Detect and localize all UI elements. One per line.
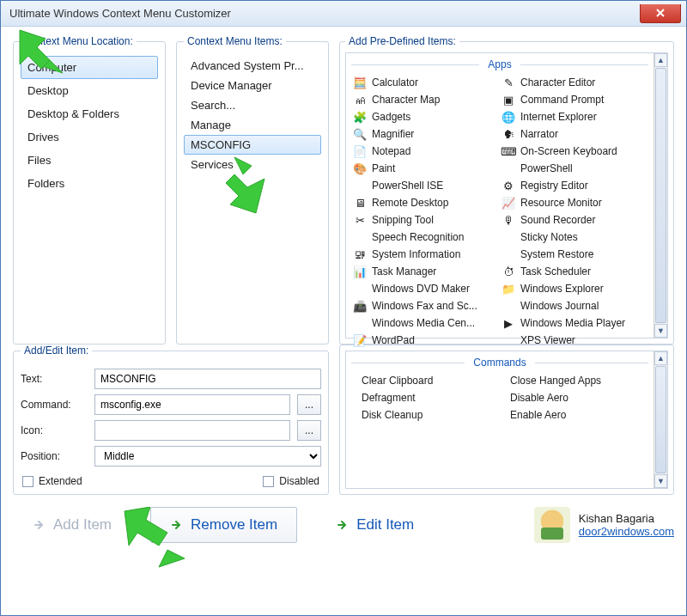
content: Context Menu Location: ComputerDesktopDe… [1, 27, 686, 615]
location-item[interactable]: Drives [21, 125, 158, 149]
app-icon [353, 316, 367, 330]
app-icon: ⚙ [502, 179, 515, 192]
app-label: Windows Media Player [520, 317, 625, 329]
app-label: Calculator [372, 76, 418, 88]
command-item[interactable]: Enable Aero [500, 406, 648, 424]
app-label: Speech Recognition [372, 231, 464, 243]
app-icon: 🔍 [353, 127, 367, 141]
app-item[interactable]: Windows Media Cen... [351, 314, 500, 332]
scroll-down-button[interactable]: ▼ [654, 324, 667, 338]
menu-item[interactable]: Search... [184, 95, 321, 115]
app-item[interactable]: PowerShell [500, 160, 648, 177]
command-item[interactable]: Close Hanged Apps [500, 372, 648, 389]
menu-items-list[interactable]: Advanced System Pr...Device ManagerSearc… [184, 54, 321, 337]
app-label: XPS Viewer [520, 334, 575, 346]
menu-item[interactable]: MSCONFIG [184, 135, 321, 155]
location-item[interactable]: Computer [21, 56, 158, 79]
app-label: Narrator [520, 128, 558, 140]
app-item[interactable]: 📄Notepad [351, 143, 500, 160]
edit-item-button[interactable]: Edit Item [316, 507, 434, 543]
app-item[interactable]: 🌐Internet Explorer [500, 108, 648, 125]
credit: Kishan Bagaria door2windows.com [534, 507, 674, 543]
app-item[interactable]: Windows DVD Maker [351, 280, 500, 297]
icon-input[interactable] [94, 420, 290, 441]
checkbox-icon [263, 476, 274, 487]
app-item[interactable]: Speech Recognition [351, 229, 500, 246]
menu-items-legend: Context Menu Items: [184, 35, 286, 47]
app-item[interactable]: XPS Viewer [500, 332, 648, 349]
position-row: Position: Middle [21, 446, 321, 467]
app-item[interactable]: 🧮Calculator [351, 74, 500, 91]
app-item[interactable]: 📁Windows Explorer [500, 280, 648, 297]
app-item[interactable]: 🧩Gadgets [351, 108, 500, 125]
app-item[interactable]: ⌨On-Screen Keyboard [500, 143, 648, 160]
app-item[interactable]: 📝WordPad [351, 332, 500, 349]
location-list[interactable]: ComputerDesktopDesktop & FoldersDrivesFi… [21, 54, 158, 337]
location-item[interactable]: Desktop [21, 79, 158, 102]
app-item[interactable]: ▣Command Prompt [500, 91, 648, 108]
menu-item[interactable]: Services [184, 155, 321, 174]
app-item[interactable]: 🎙Sound Recorder [500, 211, 648, 229]
scroll-thumb[interactable] [655, 366, 666, 473]
remove-item-button[interactable]: Remove Item [150, 507, 297, 543]
app-item[interactable]: ✎Character Editor [500, 74, 648, 91]
predefined-continued: Commands Clear ClipboardClose Hanged App… [339, 345, 674, 495]
app-icon [502, 333, 515, 347]
menu-item[interactable]: Manage [184, 115, 321, 135]
app-label: Resource Monitor [520, 197, 602, 209]
command-browse-button[interactable]: ... [297, 394, 321, 415]
location-item[interactable]: Files [21, 149, 158, 172]
scroll-up-button[interactable]: ▲ [654, 53, 667, 67]
left-column: Add/Edit Item: Text: Command: ... Icon: … [13, 345, 329, 495]
add-edit-legend: Add/Edit Item: [21, 345, 92, 357]
app-item[interactable]: 📈Resource Monitor [500, 194, 648, 211]
command-item[interactable]: Disable Aero [500, 389, 648, 406]
app-item[interactable]: 🖥Remote Desktop [351, 194, 500, 211]
app-item[interactable]: 🖳System Information [351, 246, 500, 263]
app-label: System Information [372, 248, 460, 260]
app-item[interactable]: 🗚Character Map [351, 91, 500, 108]
app-item[interactable]: ⏱Task Scheduler [500, 263, 648, 280]
app-item[interactable]: System Restore [500, 246, 648, 263]
disabled-checkbox[interactable]: Disabled [263, 475, 319, 487]
command-input[interactable] [94, 394, 290, 415]
menu-item[interactable]: Advanced System Pr... [184, 56, 321, 76]
scrollbar[interactable]: ▲ ▼ [654, 351, 667, 488]
app-item[interactable]: PowerShell ISE [351, 177, 500, 194]
app-item[interactable]: ▶Windows Media Player [500, 314, 648, 332]
extended-checkbox[interactable]: Extended [22, 475, 82, 487]
commands-list: Clear ClipboardClose Hanged AppsDefragme… [351, 372, 648, 424]
app-item[interactable]: ✂Snipping Tool [351, 211, 500, 229]
icon-browse-button[interactable]: ... [297, 420, 321, 441]
app-item[interactable]: Sticky Notes [500, 229, 648, 246]
command-item[interactable]: Disk Cleanup [351, 406, 500, 424]
app-item[interactable]: ⚙Registry Editor [500, 177, 648, 194]
author-avatar-icon [534, 507, 570, 543]
scroll-down-button[interactable]: ▼ [654, 474, 667, 488]
close-button[interactable] [640, 4, 681, 23]
add-item-button[interactable]: Add Item [13, 507, 131, 543]
top-row: Context Menu Location: ComputerDesktopDe… [13, 35, 674, 345]
menu-item[interactable]: Device Manager [184, 76, 321, 95]
app-item[interactable]: 🔍Magnifier [351, 125, 500, 143]
app-icon: ▶ [502, 316, 515, 330]
app-item[interactable]: 🗣Narrator [500, 125, 648, 143]
app-item[interactable]: 📠Windows Fax and Sc... [351, 297, 500, 314]
app-label: Task Scheduler [520, 265, 591, 278]
command-item[interactable]: Clear Clipboard [351, 372, 500, 389]
app-item[interactable]: 🎨Paint [351, 160, 500, 177]
author-link[interactable]: door2windows.com [579, 525, 674, 538]
location-item[interactable]: Folders [21, 172, 158, 195]
scrollbar[interactable]: ▲ ▼ [654, 53, 667, 338]
app-label: Windows Journal [520, 300, 599, 312]
command-item[interactable]: Defragment [351, 389, 500, 406]
text-input[interactable] [94, 369, 321, 389]
app-icon: 🎨 [353, 162, 367, 175]
app-item[interactable]: 📊Task Manager [351, 263, 500, 280]
app-item[interactable]: Windows Journal [500, 297, 648, 314]
scroll-thumb[interactable] [655, 68, 666, 323]
app-label: Magnifier [372, 128, 414, 140]
position-select[interactable]: Middle [94, 446, 321, 467]
scroll-up-button[interactable]: ▲ [654, 351, 667, 365]
location-item[interactable]: Desktop & Folders [21, 102, 158, 125]
